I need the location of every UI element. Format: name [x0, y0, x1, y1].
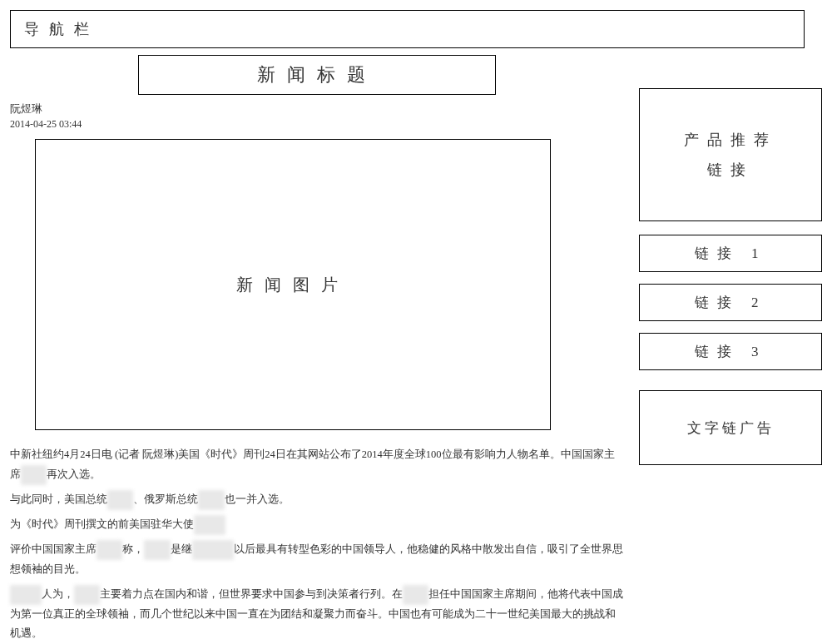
news-image-placeholder: 新闻图片 [35, 139, 551, 430]
sidebar-link-3[interactable]: 链接 3 [639, 333, 822, 370]
product-promo-box[interactable]: 产品推荐 链接 [639, 88, 822, 221]
ad-label: 文字链广告 [687, 419, 775, 438]
main-wrapper: 新闻标题 阮煜琳 2014-04-25 03:44 新闻图片 中新社纽约4月24… [10, 55, 822, 644]
sidebar-link-1[interactable]: 链接 1 [639, 235, 822, 272]
redacted-text: xxxxxx [10, 585, 42, 605]
left-column: 新闻标题 阮煜琳 2014-04-25 03:44 新闻图片 中新社纽约4月24… [10, 55, 624, 644]
promo-line-2: 链接 [684, 155, 777, 185]
sidebar-link-2[interactable]: 链接 2 [639, 284, 822, 321]
redacted-text: xxxxxxxx [192, 540, 234, 560]
nav-label: 导航栏 [24, 21, 99, 37]
redacted-text: xxxxx [97, 540, 122, 560]
right-column: 产品推荐 链接 链接 1 链接 2 链接 3 文字链广告 [639, 55, 822, 644]
article-title: 新闻标题 [257, 64, 377, 85]
paragraph-3: 为《时代》周刊撰文的前美国驻华大使xxxxxx [10, 515, 624, 535]
article-body: 中新社纽约4月24日电 (记者 阮煜琳)美国《时代》周刊24日在其网站公布了20… [10, 445, 624, 644]
redacted-text: xxxxx [198, 490, 224, 510]
redacted-text: xxxxxx [194, 515, 225, 535]
paragraph-4: 评价中国国家主席xxxxx称，xxxxx是继xxxxxxxx以后最具有转型色彩的… [10, 540, 624, 580]
paragraph-1: 中新社纽约4月24日电 (记者 阮煜琳)美国《时代》周刊24日在其网站公布了20… [10, 445, 624, 485]
redacted-text: xxxxx [107, 490, 133, 510]
paragraph-5: xxxxxx人为，xxxxx主要着力点在国内和谐，但世界要求中国参与到决策者行列… [10, 585, 624, 645]
article-title-box: 新闻标题 [138, 55, 496, 95]
article-author: 阮煜琳 [10, 102, 624, 116]
navigation-bar[interactable]: 导航栏 [10, 10, 805, 48]
paragraph-2: 与此同时，美国总统xxxxx、俄罗斯总统xxxxx也一并入选。 [10, 490, 624, 510]
redacted-text: xxxxx [403, 585, 428, 605]
redacted-text: xxxxx [144, 540, 170, 560]
image-placeholder-label: 新闻图片 [236, 274, 349, 296]
text-ad-box[interactable]: 文字链广告 [639, 390, 822, 465]
redacted-text: xxxxx [21, 465, 47, 485]
redacted-text: xxxxx [74, 585, 100, 605]
promo-line-1: 产品推荐 [684, 125, 777, 155]
article-timestamp: 2014-04-25 03:44 [10, 118, 624, 131]
